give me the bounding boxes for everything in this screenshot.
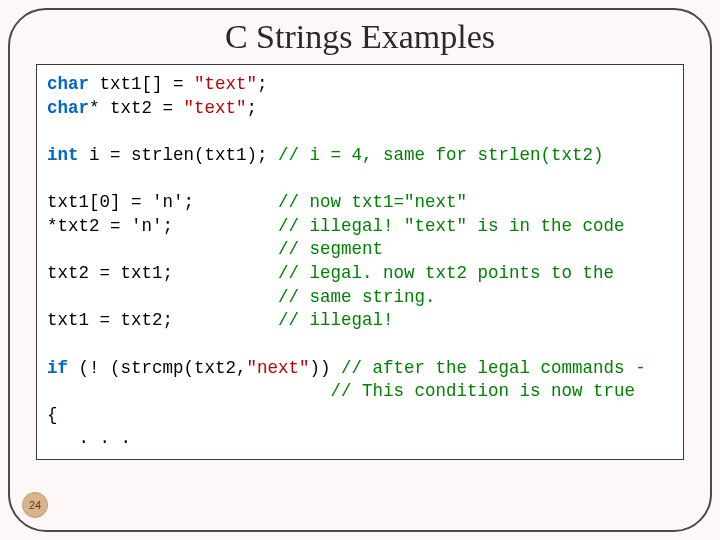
code-line-10: if (! (strcmp(txt2,"next")) // after the…	[47, 357, 673, 381]
code-text: {	[47, 405, 58, 425]
code-line-9: txt1 = txt2; // illegal!	[47, 309, 673, 333]
page-number: 24	[29, 499, 41, 511]
string-literal: "text"	[194, 74, 257, 94]
code-line-2: char* txt2 = "text";	[47, 97, 673, 121]
string-literal: "text"	[184, 98, 247, 118]
code-text: ;	[257, 74, 268, 94]
blank-line	[47, 333, 673, 357]
code-line-1: char txt1[] = "text";	[47, 73, 673, 97]
code-text: txt1[] =	[89, 74, 194, 94]
comment: // illegal!	[278, 310, 394, 330]
code-text: i = strlen(txt1);	[79, 145, 279, 165]
code-text: * txt2 =	[89, 98, 184, 118]
string-literal: "next"	[247, 358, 310, 378]
code-text: *txt2 = 'n';	[47, 216, 278, 236]
code-text: txt1 = txt2;	[47, 310, 278, 330]
keyword: char	[47, 98, 89, 118]
keyword: if	[47, 358, 68, 378]
comment: // legal. now txt2 points to the	[278, 263, 614, 283]
code-text: . . .	[47, 428, 131, 448]
slide-title: C Strings Examples	[0, 0, 720, 64]
code-line-11: // This condition is now true	[47, 380, 673, 404]
page-number-badge: 24	[22, 492, 48, 518]
code-text: txt2 = txt1;	[47, 263, 278, 283]
blank-line	[47, 120, 673, 144]
keyword: char	[47, 74, 89, 94]
code-text: ))	[310, 358, 342, 378]
code-text	[47, 381, 331, 401]
code-line-3: int i = strlen(txt1); // i = 4, same for…	[47, 144, 673, 168]
code-line-13: . . .	[47, 427, 673, 451]
comment: // i = 4, same for strlen(txt2)	[278, 145, 604, 165]
code-line-7: txt2 = txt1; // legal. now txt2 points t…	[47, 262, 673, 286]
comment: // same string.	[278, 287, 436, 307]
code-text	[47, 239, 278, 259]
blank-line	[47, 168, 673, 192]
code-line-4: txt1[0] = 'n'; // now txt1="next"	[47, 191, 673, 215]
code-text: (! (strcmp(txt2,	[68, 358, 247, 378]
comment: // after the legal commands -	[341, 358, 646, 378]
code-line-8: // same string.	[47, 286, 673, 310]
comment: // now txt1="next"	[278, 192, 467, 212]
keyword: int	[47, 145, 79, 165]
slide-container: C Strings Examples char txt1[] = "text";…	[0, 0, 720, 540]
comment: // This condition is now true	[331, 381, 636, 401]
code-text	[47, 287, 278, 307]
code-text: ;	[247, 98, 258, 118]
comment: // illegal! "text" is in the code	[278, 216, 625, 236]
code-line-6: // segment	[47, 238, 673, 262]
comment: // segment	[278, 239, 383, 259]
code-text: txt1[0] = 'n';	[47, 192, 278, 212]
code-line-5: *txt2 = 'n'; // illegal! "text" is in th…	[47, 215, 673, 239]
code-block: char txt1[] = "text"; char* txt2 = "text…	[36, 64, 684, 460]
code-line-12: {	[47, 404, 673, 428]
